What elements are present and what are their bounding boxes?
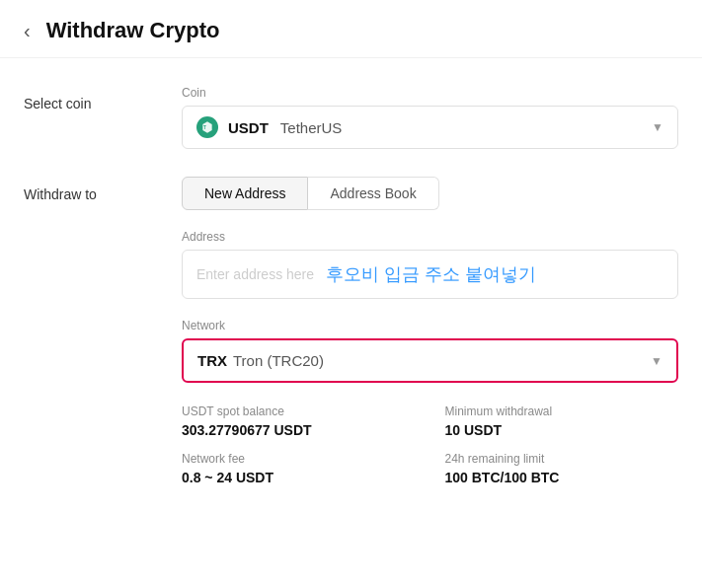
usdt-icon: T	[196, 116, 218, 138]
coin-field-label: Coin	[182, 86, 678, 100]
network-code: TRX	[197, 352, 227, 369]
min-withdraw-label: Minimum withdrawal	[445, 404, 679, 418]
svg-text:T: T	[203, 125, 206, 130]
fee-info: Network fee 0.8 ~ 24 USDT	[182, 452, 416, 485]
network-dropdown-arrow: ▼	[651, 354, 663, 368]
limit-value: 100 BTC/100 BTC	[445, 470, 679, 485]
address-field-label: Address	[182, 230, 678, 244]
balance-value: 303.27790677 USDT	[182, 422, 416, 438]
network-name: Tron (TRC20)	[233, 352, 324, 369]
info-grid: USDT spot balance 303.27790677 USDT Mini…	[182, 404, 678, 485]
network-field-label: Network	[182, 319, 678, 332]
select-coin-row: Select coin Coin T USDT TetherUS ▼	[24, 86, 678, 149]
coin-select-dropdown[interactable]: T USDT TetherUS ▼	[182, 106, 678, 149]
withdraw-to-row: Withdraw to New Address Address Book Add…	[24, 177, 678, 485]
coin-code: USDT	[228, 119, 269, 136]
address-placeholder-text: Enter address here	[196, 266, 314, 282]
fee-value: 0.8 ~ 24 USDT	[182, 470, 416, 485]
balance-label: USDT spot balance	[182, 404, 416, 418]
page-content: Select coin Coin T USDT TetherUS ▼ Withd…	[0, 58, 702, 537]
limit-label: 24h remaining limit	[445, 452, 679, 466]
withdraw-to-content: New Address Address Book Address Enter a…	[182, 177, 678, 485]
address-tab-group: New Address Address Book	[182, 177, 678, 210]
fee-label: Network fee	[182, 452, 416, 466]
page-header: ‹ Withdraw Crypto	[0, 0, 702, 58]
coin-dropdown-arrow: ▼	[652, 120, 663, 134]
back-button[interactable]: ‹	[20, 21, 35, 40]
min-withdraw-info: Minimum withdrawal 10 USDT	[445, 404, 679, 438]
balance-info: USDT spot balance 303.27790677 USDT	[182, 404, 416, 438]
address-paste-hint: 후오비 입금 주소 붙여넣기	[326, 262, 536, 286]
tab-address-book[interactable]: Address Book	[308, 177, 438, 210]
withdraw-to-label: Withdraw to	[24, 177, 182, 202]
select-coin-content: Coin T USDT TetherUS ▼	[182, 86, 678, 149]
limit-info: 24h remaining limit 100 BTC/100 BTC	[445, 452, 679, 485]
tab-new-address[interactable]: New Address	[182, 177, 308, 210]
select-coin-label: Select coin	[24, 86, 182, 111]
network-select-dropdown[interactable]: TRX Tron (TRC20) ▼	[182, 338, 678, 383]
address-input-wrap[interactable]: Enter address here 후오비 입금 주소 붙여넣기	[182, 250, 678, 299]
min-withdraw-value: 10 USDT	[445, 422, 679, 438]
coin-fullname: TetherUS	[280, 119, 343, 136]
page-title: Withdraw Crypto	[46, 18, 220, 43]
